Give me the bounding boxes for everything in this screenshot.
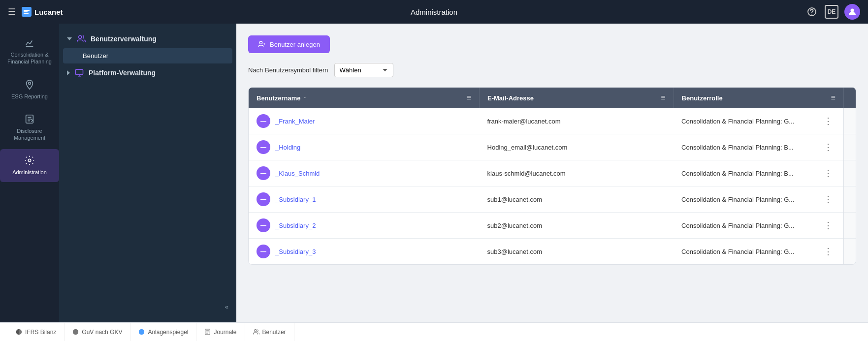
row-actions-button-frank_maier[interactable]: ⋮ — [821, 115, 836, 127]
bottom-tab-label-journale: Journale — [214, 329, 236, 336]
col-role: Benutzerrolle ≡ — [674, 88, 843, 108]
bottom-tab-benutzer[interactable]: Benutzer — [245, 323, 294, 341]
user-avatar-holding: — — [257, 140, 270, 154]
col-username: Benutzername ↑ ≡ — [249, 88, 480, 108]
chart-icon — [24, 37, 35, 48]
nav-section-platform-verwaltung[interactable]: Platform-Verwaltung — [59, 63, 236, 82]
help-icon[interactable] — [805, 5, 819, 19]
add-user-button[interactable]: Benutzer anlegen — [248, 35, 330, 53]
chevron-down-icon — [67, 37, 72, 40]
user-cell-subsidiary1: — _Subsidiary_1 — [257, 192, 472, 206]
scroll-cell — [843, 186, 856, 213]
content-area: Benutzer anlegen Nach Benutzersymbol fil… — [236, 24, 868, 322]
logo: Lucanet — [22, 7, 63, 17]
user-cell-klaus_schmid: — _Klaus_Schmid — [257, 166, 472, 180]
col-email-menu-icon[interactable]: ≡ — [661, 93, 665, 102]
table-row: — _Frank_Maier frank-maier@lucanet.com C… — [249, 108, 856, 134]
table-row: — _Klaus_Schmid klaus-schmid@lucanet.com… — [249, 160, 856, 186]
bottom-tab-anlagenspiegel[interactable]: Anlagenspiegel — [130, 323, 196, 341]
col-scrollbar — [843, 88, 856, 108]
topbar: ☰ Lucanet Administration DE — [0, 0, 868, 24]
hamburger-menu[interactable]: ☰ — [8, 6, 16, 17]
bottom-bar: IFRS Bilanz GuV nach GKV Anlagenspiegel … — [0, 322, 868, 341]
nav-item-benutzer[interactable]: Benutzer — [63, 48, 232, 63]
cell-username-klaus_schmid: — _Klaus_Schmid — [249, 160, 480, 186]
table-row: — _Subsidiary_3 sub3@lucanet.com Consoli… — [249, 239, 856, 265]
cell-email-subsidiary2: sub2@lucanet.com — [480, 213, 674, 239]
sidebar-label-esg: ESG Reporting — [11, 93, 48, 100]
cell-email-subsidiary1: sub1@lucanet.com — [480, 186, 674, 213]
nav-collapse-button[interactable]: « — [59, 297, 236, 316]
role-value-frank_maier: Consolidation & Financial Planning: G... — [681, 118, 794, 125]
row-actions-button-subsidiary1[interactable]: ⋮ — [821, 193, 836, 206]
cell-username-subsidiary1: — _Subsidiary_1 — [249, 186, 480, 213]
esg-icon — [24, 79, 35, 90]
user-name-subsidiary2[interactable]: _Subsidiary_2 — [275, 222, 316, 229]
user-cell-holding: — _Holding — [257, 140, 472, 154]
cell-email-frank_maier: frank-maier@lucanet.com — [480, 108, 674, 134]
add-user-icon — [258, 40, 266, 48]
scroll-cell — [843, 239, 856, 265]
col-role-menu-icon[interactable]: ≡ — [831, 93, 835, 102]
user-name-subsidiary3[interactable]: _Subsidiary_3 — [275, 248, 316, 255]
user-avatar[interactable] — [844, 4, 860, 20]
bottom-tab-label-anlagenspiegel: Anlagenspiegel — [148, 329, 188, 336]
row-actions-button-subsidiary2[interactable]: ⋮ — [821, 219, 836, 232]
cell-username-subsidiary2: — _Subsidiary_2 — [249, 213, 480, 239]
table-row: — _Subsidiary_1 sub1@lucanet.com Consoli… — [249, 186, 856, 213]
ifrs-bilanz-icon — [16, 329, 22, 335]
sidebar-item-disclosure[interactable]: Disclosure Management — [0, 108, 59, 148]
svg-rect-10 — [76, 69, 83, 75]
sidebar-label-disclosure: Disclosure Management — [4, 127, 55, 142]
svg-point-9 — [79, 35, 82, 38]
user-avatar-subsidiary3: — — [257, 245, 270, 258]
users-table: Benutzername ↑ ≡ E-Mail-Adresse ≡ — [249, 88, 856, 264]
logo-icon — [22, 7, 32, 17]
svg-point-4 — [811, 14, 812, 15]
sidebar-item-consolidation[interactable]: Consolidation & Financial Planning — [0, 31, 59, 71]
sidebar-item-esg[interactable]: ESG Reporting — [0, 73, 59, 106]
sidebar-label-consolidation: Consolidation & Financial Planning — [4, 51, 55, 65]
svg-point-8 — [28, 159, 31, 162]
filter-label: Nach Benutzersymbol filtern — [248, 66, 328, 74]
user-name-frank_maier[interactable]: _Frank_Maier — [275, 118, 315, 125]
filter-row: Nach Benutzersymbol filtern Wählen Optio… — [248, 63, 856, 77]
cell-username-subsidiary3: — _Subsidiary_3 — [249, 239, 480, 265]
user-avatar-subsidiary1: — — [257, 192, 270, 206]
scroll-cell — [843, 134, 856, 160]
filter-select[interactable]: Wählen Option 1 Option 2 — [334, 63, 393, 77]
user-avatar-klaus_schmid: — — [257, 166, 270, 180]
sidebar-item-administration[interactable]: Administration — [0, 149, 59, 182]
gear-icon — [24, 155, 35, 166]
nav-section-benutzerverwaltung[interactable]: Benutzerverwaltung — [59, 30, 236, 48]
bottom-tab-label-benutzer: Benutzer — [262, 329, 286, 336]
user-name-klaus_schmid[interactable]: _Klaus_Schmid — [275, 170, 320, 177]
role-value-subsidiary1: Consolidation & Financial Planning: G... — [681, 196, 794, 203]
guv-nach-gkv-icon — [72, 329, 79, 335]
user-cell-frank_maier: — _Frank_Maier — [257, 114, 472, 128]
row-actions-button-subsidiary3[interactable]: ⋮ — [821, 245, 836, 258]
anlagenspiegel-icon — [138, 329, 145, 335]
language-button[interactable]: DE — [825, 5, 838, 19]
col-email: E-Mail-Adresse ≡ — [480, 88, 674, 108]
svg-rect-1 — [24, 11, 28, 12]
cell-role-subsidiary3: Consolidation & Financial Planning: G...… — [674, 239, 843, 265]
bottom-tab-guv-nach-gkv[interactable]: GuV nach GKV — [64, 323, 130, 341]
col-username-menu-icon[interactable]: ≡ — [467, 93, 471, 102]
user-name-holding[interactable]: _Holding — [275, 144, 300, 151]
svg-point-11 — [259, 41, 262, 44]
col-username-label: Benutzername — [257, 94, 301, 102]
cell-username-frank_maier: — _Frank_Maier — [249, 108, 480, 134]
chevron-right-icon — [67, 70, 70, 75]
row-actions-button-klaus_schmid[interactable]: ⋮ — [821, 167, 836, 180]
scroll-cell — [843, 213, 856, 239]
sort-icon[interactable]: ↑ — [304, 95, 307, 101]
cell-role-subsidiary2: Consolidation & Financial Planning: G...… — [674, 213, 843, 239]
col-role-label: Benutzerrolle — [682, 94, 723, 102]
scroll-cell — [843, 108, 856, 134]
row-actions-button-holding[interactable]: ⋮ — [821, 141, 836, 154]
user-name-subsidiary1[interactable]: _Subsidiary_1 — [275, 196, 316, 203]
bottom-tab-ifrs-bilanz[interactable]: IFRS Bilanz — [8, 323, 64, 341]
cell-email-holding: Hoding_email@lucanet.com — [480, 134, 674, 160]
bottom-tab-journale[interactable]: Journale — [196, 323, 245, 341]
